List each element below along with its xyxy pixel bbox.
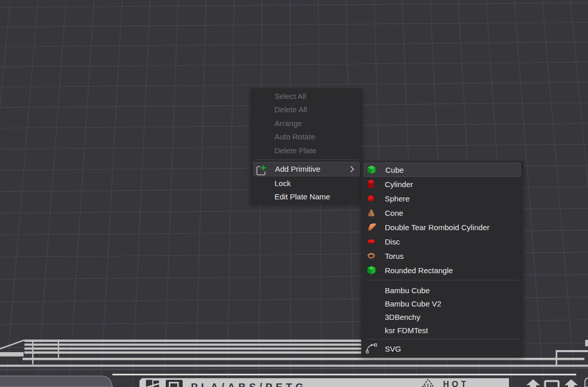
handle-slot-icon: [544, 380, 560, 387]
grid-line-bright: [0, 368, 588, 370]
submenu-item-label: Disc: [385, 237, 400, 246]
submenu-item-rounded-rectangle[interactable]: Rounded Rectangle: [361, 263, 523, 277]
menu-item-label: Delete Plate: [275, 146, 317, 155]
menu-item-label: Select All: [275, 92, 306, 100]
menu-item-add-primitive[interactable]: Add Primitive: [253, 162, 360, 177]
menu-item-label: Arrange: [275, 119, 302, 128]
submenu-item-sphere[interactable]: Sphere: [361, 191, 523, 206]
lift-arrow-icon: [564, 379, 578, 387]
submenu-item-double-tear-romboid-cylinder[interactable]: Double Tear Romboid Cylinder: [361, 220, 523, 234]
menu-separator: [250, 157, 363, 162]
menu-item-delete-plate[interactable]: Delete Plate: [250, 144, 363, 157]
menu-item-lock[interactable]: Lock: [250, 176, 363, 190]
plate-material-label: PLA/ABS/PETG: [191, 381, 307, 387]
submenu-item-cone[interactable]: Cone: [361, 206, 523, 220]
plate-corner-tab-left: [0, 376, 113, 387]
submenu-item-label: Sphere: [385, 194, 409, 203]
plate-right-corner: [556, 340, 588, 366]
add-primitive-submenu: Cube Cylinder Sphere Cone: [361, 161, 523, 358]
cube-icon: [367, 166, 376, 174]
menu-item-edit-plate-name[interactable]: Edit Plate Name: [250, 190, 363, 204]
disc-icon: [367, 239, 375, 245]
submenu-item-label: Cylinder: [385, 180, 413, 189]
submenu-item-svg[interactable]: SVG: [361, 341, 523, 356]
submenu-item-label: Cone: [385, 209, 403, 217]
bezier-curve-icon: [366, 343, 377, 354]
menu-item-label: Add Primitive: [275, 165, 320, 173]
sphere-icon: [367, 195, 375, 202]
submenu-item-label: Rounded Rectangle: [385, 266, 453, 275]
rounded-cube-icon: [367, 266, 376, 275]
submenu-chevron-icon: [350, 166, 355, 173]
torus-icon: [367, 253, 375, 259]
submenu-item-ksr-fdmtest[interactable]: ksr FDMTest: [361, 323, 523, 337]
submenu-item-bambu-cube-v2[interactable]: Bambu Cube V2: [361, 297, 523, 310]
submenu-item-label: Double Tear Romboid Cylinder: [385, 223, 489, 232]
menu-item-auto-rotate[interactable]: Auto Rotate: [250, 130, 363, 144]
submenu-item-cylinder[interactable]: Cylinder: [361, 177, 523, 191]
plate-handle-markings: [526, 379, 578, 387]
add-plate-plus-icon: [256, 165, 267, 176]
cylinder-icon: [367, 180, 375, 189]
plate-label-band: PLA/ABS/PETG HOT: [140, 378, 509, 387]
menu-item-label: Lock: [275, 179, 291, 188]
submenu-item-label: Bambu Cube: [385, 286, 430, 295]
plate-type-icon: [166, 380, 183, 387]
submenu-item-label: 3DBenchy: [385, 313, 420, 321]
plate-corner-tab-right: [585, 378, 588, 387]
submenu-separator: [361, 337, 523, 341]
submenu-item-torus[interactable]: Torus: [361, 249, 523, 263]
submenu-separator: [361, 277, 523, 283]
cone-icon: [367, 209, 375, 217]
lift-arrow-icon: [526, 379, 540, 387]
romboid-cylinder-icon: [367, 223, 377, 231]
submenu-item-bambu-cube[interactable]: Bambu Cube: [361, 283, 523, 297]
submenu-item-label: ksr FDMTest: [385, 326, 428, 335]
menu-item-delete-all[interactable]: Delete All: [250, 103, 363, 117]
menu-item-arrange[interactable]: Arrange: [250, 116, 363, 130]
menu-item-label: Edit Plate Name: [275, 192, 330, 201]
submenu-item-3dbenchy[interactable]: 3DBenchy: [361, 310, 523, 323]
menu-item-label: Auto Rotate: [275, 132, 315, 141]
menu-item-label: Delete All: [275, 105, 307, 114]
plate-context-menu: Select All Delete All Arrange Auto Rotat…: [250, 88, 363, 204]
plate-hot-label: HOT: [443, 380, 469, 387]
submenu-item-label: Cube: [385, 166, 404, 174]
submenu-item-disc[interactable]: Disc: [361, 234, 523, 249]
submenu-item-cube[interactable]: Cube: [364, 162, 521, 177]
submenu-item-label: SVG: [385, 344, 401, 353]
submenu-item-label: Bambu Cube V2: [385, 299, 441, 308]
menu-item-select-all[interactable]: Select All: [250, 89, 363, 103]
submenu-item-label: Torus: [385, 252, 404, 260]
